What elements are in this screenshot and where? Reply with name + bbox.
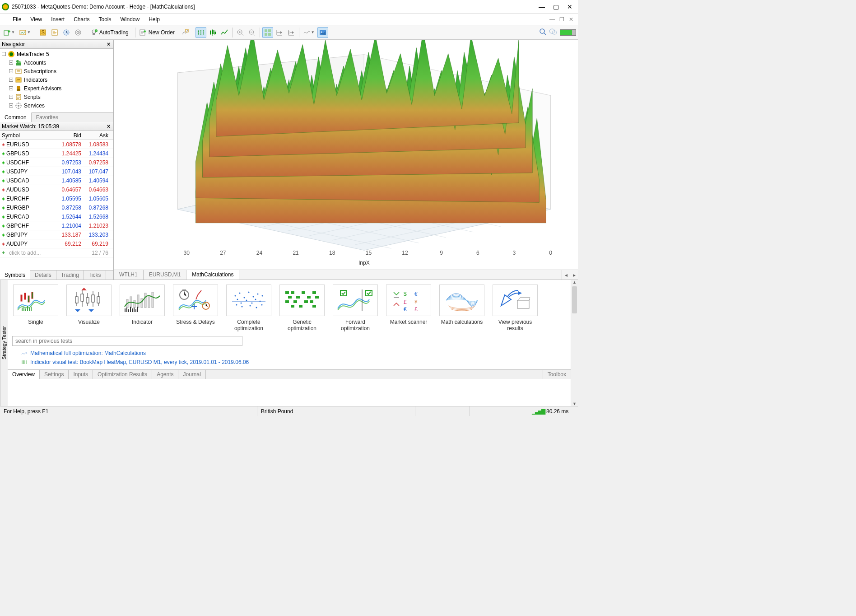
templates-button[interactable]: [317, 27, 328, 38]
market-watch-close-icon[interactable]: ×: [106, 123, 112, 130]
tester-toolbox-label[interactable]: Toolbox: [543, 370, 571, 379]
mode-thumb-icon: [279, 285, 325, 316]
tabs-scroll-right-icon[interactable]: ▸: [570, 270, 578, 280]
menu-file[interactable]: File: [13, 16, 21, 23]
tester-mode-card[interactable]: $€£¥€£Market scanner: [385, 285, 432, 331]
menu-tools[interactable]: Tools: [99, 16, 112, 23]
tester-mode-card[interactable]: Math calculations: [438, 285, 485, 331]
market-watch-row[interactable]: ◈ USDJPY107.043107.047: [0, 167, 113, 176]
market-watch-title: Market Watch: 15:05:39: [2, 123, 59, 130]
zoom-out-button[interactable]: [247, 27, 257, 38]
close-button[interactable]: ✕: [567, 3, 572, 10]
nav-services[interactable]: +Services: [0, 101, 113, 110]
mw-tab-ticks[interactable]: Ticks: [84, 271, 106, 280]
tester-mode-card[interactable]: Complete optimization: [225, 285, 272, 331]
tester-mode-card[interactable]: Visualize: [65, 285, 112, 331]
profiles-button[interactable]: ▼: [18, 27, 33, 38]
tester-mode-card[interactable]: Stress & Delays: [172, 285, 219, 331]
svg-rect-61: [75, 297, 78, 303]
svg-rect-55: [22, 308, 23, 311]
zoom-in-button[interactable]: [235, 27, 246, 38]
svg-rect-110: [315, 296, 319, 299]
navigator-button[interactable]: [49, 27, 60, 38]
nav-subscriptions[interactable]: +Subscriptions: [0, 67, 113, 75]
candlesticks-button[interactable]: [207, 27, 218, 38]
menu-view[interactable]: View: [30, 16, 42, 23]
tabs-scroll-left-icon[interactable]: ◂: [562, 270, 570, 280]
mw-tab-trading[interactable]: Trading: [56, 271, 84, 280]
chart-tab-eurusd[interactable]: EURUSD,M1: [144, 270, 187, 280]
navigator-tab-common[interactable]: Common: [0, 112, 32, 122]
connection-indicator[interactable]: [560, 29, 576, 36]
line-chart-button[interactable]: [219, 27, 230, 38]
mw-tab-symbols[interactable]: Symbols: [0, 270, 30, 280]
chart-tab-wti[interactable]: WTI,H1: [114, 270, 144, 280]
mdi-minimize-icon[interactable]: —: [549, 16, 555, 23]
nav-root[interactable]: −MetaTrader 5: [0, 50, 113, 58]
market-watch-add-row[interactable]: + click to add... 12 / 76: [0, 248, 113, 257]
tester-tab-settings[interactable]: Settings: [40, 370, 69, 379]
step-by-step-button[interactable]: [286, 27, 297, 38]
menu-insert[interactable]: Insert: [51, 16, 65, 23]
market-watch-row[interactable]: ◈ USDCAD1.405851.40594: [0, 176, 113, 185]
mw-tab-details[interactable]: Details: [30, 271, 56, 280]
datawindow-button[interactable]: [61, 27, 72, 38]
chart-3d-surface[interactable]: 302724211815129630 InpX: [114, 40, 578, 270]
market-watch-row[interactable]: ◈ GBPUSD1.244251.24434: [0, 149, 113, 158]
tester-tab-overview[interactable]: Overview: [8, 370, 40, 379]
nav-scripts[interactable]: +Scripts: [0, 93, 113, 101]
svg-rect-33: [16, 69, 21, 74]
chart-shift-button[interactable]: [274, 27, 285, 38]
tester-tab-journal[interactable]: Journal: [178, 370, 205, 379]
tester-mode-card[interactable]: Genetic optimization: [279, 285, 326, 331]
maximize-button[interactable]: ▢: [553, 3, 559, 10]
market-watch-row[interactable]: ◈ EURCAD1.526441.52668: [0, 212, 113, 221]
mdi-restore-icon[interactable]: ❐: [559, 16, 564, 23]
market-watch-row[interactable]: ◈ AUDUSD0.646570.64663: [0, 185, 113, 194]
chat-icon[interactable]: [549, 28, 557, 37]
bar-chart-button[interactable]: [195, 27, 206, 38]
tester-mode-card[interactable]: View previous results: [492, 285, 539, 331]
market-watch-row[interactable]: ◈ GBPCHF1.210041.21023: [0, 221, 113, 230]
svg-point-8: [78, 32, 79, 33]
navigator-tree[interactable]: −MetaTrader 5 +Accounts +Subscriptions +…: [0, 49, 113, 112]
menu-charts[interactable]: Charts: [74, 16, 89, 23]
market-watch-row[interactable]: ◈ USDCHF0.972530.97258: [0, 158, 113, 167]
market-watch-row[interactable]: ◈ EURUSD1.085781.08583: [0, 140, 113, 149]
chart-tab-mathcalc[interactable]: MathCalculations: [186, 270, 239, 280]
history-link[interactable]: Mathematical full optimization: MathCalc…: [21, 349, 566, 358]
tester-tab-optresults[interactable]: Optimization Results: [93, 370, 152, 379]
svg-rect-75: [126, 308, 127, 312]
tester-tab-agents[interactable]: Agents: [152, 370, 178, 379]
search-icon[interactable]: [539, 28, 546, 37]
nav-accounts[interactable]: +Accounts: [0, 58, 113, 67]
navigator-close-icon[interactable]: ×: [106, 41, 112, 47]
search-previous-input[interactable]: [12, 336, 242, 346]
menu-help[interactable]: Help: [149, 16, 160, 23]
nav-expert-advisors[interactable]: +Expert Advisors: [0, 84, 113, 93]
tester-tab-inputs[interactable]: Inputs: [69, 370, 93, 379]
indicators-button[interactable]: ▼: [302, 27, 316, 38]
minimize-button[interactable]: —: [539, 3, 545, 10]
svg-point-94: [255, 299, 256, 300]
market-watch-row[interactable]: ◈ GBPJPY133.187133.203: [0, 230, 113, 239]
new-order-button[interactable]: New Order: [138, 27, 179, 38]
tester-mode-card[interactable]: Single: [12, 285, 59, 331]
auto-scroll-button[interactable]: [262, 27, 273, 38]
tester-mode-card[interactable]: Indicator: [119, 285, 166, 331]
strategy-tester-button[interactable]: [73, 27, 84, 38]
new-chart-button[interactable]: ▼: [2, 27, 17, 38]
mdi-close-icon[interactable]: ✕: [569, 16, 573, 23]
navigator-tab-favorites[interactable]: Favorites: [32, 113, 63, 122]
mql-wizard-button[interactable]: [180, 27, 191, 38]
market-watch-row[interactable]: ◈ AUDJPY69.21269.219: [0, 239, 113, 248]
nav-indicators[interactable]: +Indicators: [0, 75, 113, 84]
tester-mode-card[interactable]: Forward optimization: [332, 285, 379, 331]
autotrading-button[interactable]: AutoTrading: [88, 27, 133, 38]
menu-window[interactable]: Window: [121, 16, 140, 23]
tester-scrollbar[interactable]: ▲▼: [571, 280, 578, 406]
market-watch-row[interactable]: ◈ EURCHF1.055951.05605: [0, 194, 113, 203]
market-watch-row[interactable]: ◈ EURGBP0.872580.87268: [0, 203, 113, 212]
market-watch-button[interactable]: $: [37, 27, 48, 38]
history-link[interactable]: Indicator visual test: BookMap HeatMap, …: [21, 358, 566, 367]
